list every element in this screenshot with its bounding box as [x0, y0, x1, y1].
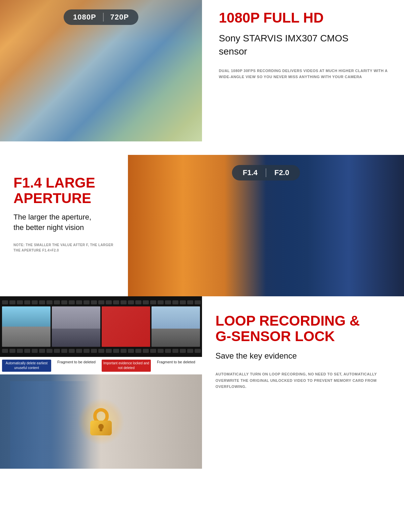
film-holes-top [0, 300, 202, 304]
film-hole [39, 300, 45, 304]
film-hole [121, 349, 127, 353]
film-hole [83, 349, 90, 353]
film-hole [128, 300, 134, 304]
label-evidence-locked: Important evidence locked and not delete… [102, 360, 151, 372]
film-hole [24, 300, 30, 304]
film-hole [158, 349, 164, 353]
film-hole [113, 349, 119, 353]
film-hole [195, 349, 201, 353]
film-hole [180, 349, 186, 353]
film-hole [76, 300, 82, 304]
comparison-image-aperture: F1.4 F2.0 [128, 155, 404, 296]
film-hole [83, 300, 90, 304]
lock-icon [88, 406, 114, 437]
section-aperture: F1.4 LARGE APERTURE The larger the apert… [0, 155, 404, 296]
film-hole [2, 349, 8, 353]
resolution-compare-badge: 1080P 720P [64, 9, 138, 25]
film-hole [172, 300, 178, 304]
film-hole [187, 300, 193, 304]
film-holes-bottom [0, 349, 202, 353]
film-hole [61, 349, 67, 353]
section-loop-recording: Automatically delete earliest unuseful c… [0, 296, 404, 469]
lock-scene [0, 374, 202, 469]
film-hole [46, 349, 53, 353]
film-hole [9, 349, 15, 353]
film-frame-red-evidence [102, 306, 150, 347]
film-frame-2 [52, 306, 100, 347]
film-hole [54, 349, 60, 353]
film-hole [172, 349, 178, 353]
badge-f20-label: F2.0 [274, 168, 289, 177]
heading-1080p: 1080P FULL HD [219, 10, 391, 26]
filmstrip-labels: Automatically delete earliest unuseful c… [0, 357, 202, 374]
film-hole [91, 300, 97, 304]
aperture-compare-badge: F1.4 F2.0 [232, 165, 300, 180]
film-hole [32, 349, 38, 353]
film-hole [69, 300, 75, 304]
body-1080p: DUAL 1080P 30FPS RECORDING DELIVERS VIDE… [219, 68, 391, 80]
film-hole [24, 349, 30, 353]
badge-1080p-label: 1080P [73, 13, 96, 22]
film-hole [91, 349, 97, 353]
film-frames [0, 306, 202, 347]
film-hole [165, 349, 171, 353]
film-hole [158, 300, 164, 304]
film-hole [135, 349, 141, 353]
filmstrip [0, 296, 202, 357]
film-hole [9, 300, 15, 304]
film-hole [150, 300, 156, 304]
film-hole [69, 349, 75, 353]
heading-aperture: F1.4 LARGE APERTURE [13, 175, 118, 206]
subheading-aperture: The larger the aperture, the better nigh… [13, 212, 118, 233]
film-hole [121, 300, 127, 304]
comparison-image-1080p: 1080P 720P [0, 0, 202, 141]
film-hole [17, 349, 23, 353]
film-frame-1 [2, 306, 50, 347]
film-hole [39, 349, 45, 353]
filmstrip-area: Automatically delete earliest unuseful c… [0, 296, 202, 469]
film-hole [98, 300, 104, 304]
film-hole [54, 300, 60, 304]
film-hole [135, 300, 141, 304]
label-auto-delete: Automatically delete earliest unuseful c… [2, 360, 51, 372]
film-hole [32, 300, 38, 304]
film-hole [128, 349, 134, 353]
svg-rect-4 [100, 427, 102, 431]
badge-720p-label: 720P [110, 13, 129, 22]
film-hole [98, 349, 104, 353]
film-hole [165, 300, 171, 304]
subheading-loop: Save the key evidence [215, 350, 394, 362]
film-hole [195, 300, 201, 304]
section-loop-text: LOOP RECORDING & G-SENSOR LOCK Save the … [202, 296, 404, 390]
film-hole [46, 300, 53, 304]
film-hole [17, 300, 23, 304]
section-1080p: 1080P 720P 1080P FULL HD Sony STARVIS IM… [0, 0, 404, 155]
body-loop: AUTOMATICALLY TURN ON LOOP RECORDING, NO… [215, 371, 394, 390]
film-hole [2, 300, 8, 304]
lock-icon-container [77, 398, 125, 445]
film-hole [61, 300, 67, 304]
label-fragment1: Fragment to be deleted [53, 360, 100, 372]
badge-divider2 [266, 168, 266, 177]
film-hole [143, 349, 149, 353]
note-aperture: NOTE: THE SMALLER THE VALUE AFTER F, THE… [13, 242, 118, 253]
label-fragment2: Fragment to be deleted [152, 360, 200, 372]
film-hole [106, 349, 112, 353]
film-frame-3 [152, 306, 200, 347]
heading-loop: LOOP RECORDING & G-SENSOR LOCK [215, 313, 394, 344]
subheading-1080p: Sony STARVIS IMX307 CMOS sensor [219, 32, 391, 58]
film-hole [187, 349, 193, 353]
film-hole [106, 300, 112, 304]
section-1080p-text: 1080P FULL HD Sony STARVIS IMX307 CMOS s… [202, 0, 404, 80]
film-hole [180, 300, 186, 304]
badge-f14-label: F1.4 [243, 168, 258, 177]
badge-divider [103, 13, 104, 22]
lock-glow [77, 398, 125, 445]
film-hole [143, 300, 149, 304]
film-hole [76, 349, 82, 353]
film-hole [113, 300, 119, 304]
section-aperture-text: F1.4 LARGE APERTURE The larger the apert… [0, 155, 128, 267]
film-hole [150, 349, 156, 353]
